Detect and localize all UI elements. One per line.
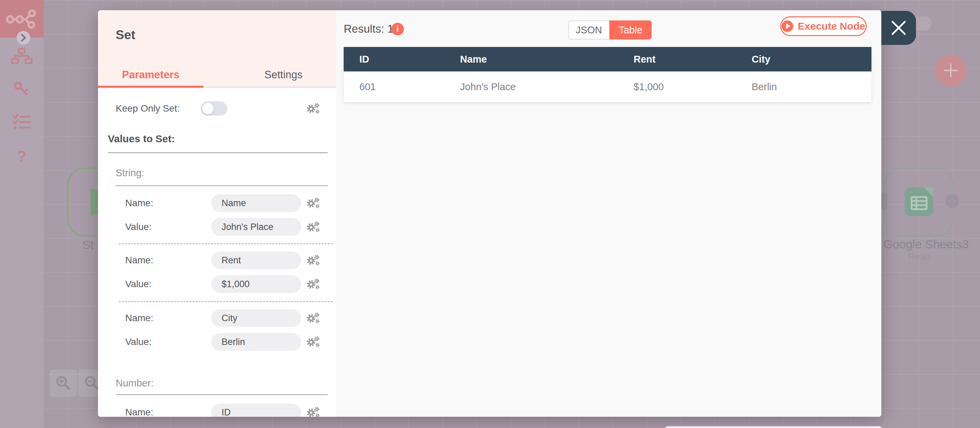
sidebar-expand-button	[17, 31, 30, 45]
chevron-right-icon	[20, 33, 27, 42]
google-sheets-node-name: Google Sheets3	[883, 237, 969, 251]
string-1-name-value: Rent	[221, 255, 241, 266]
info-icon[interactable]: i	[391, 23, 404, 35]
background-pill	[916, 16, 932, 30]
string-2-name-input[interactable]: City	[211, 309, 301, 327]
column-header-city: City	[736, 47, 872, 72]
node-title: Set	[116, 28, 135, 42]
number-0-name-gears-icon[interactable]	[306, 406, 320, 417]
cell-rent: $1,000	[618, 72, 736, 102]
field-label-value: Value:	[125, 333, 151, 351]
column-header-name: Name	[444, 47, 618, 72]
field-label-value: Value:	[125, 218, 151, 236]
number-0-name-value: ID	[221, 407, 231, 417]
keep-only-set-label: Keep Only Set:	[116, 100, 180, 118]
keep-only-set-gears-icon[interactable]	[306, 102, 320, 116]
results-panel: Results: 1 i JSON Table Execute Node ID …	[336, 10, 881, 417]
string-2-name-value: City	[221, 313, 237, 323]
sidebar: ?	[0, 0, 43, 428]
string-0-name-input[interactable]: Name	[211, 194, 301, 212]
cell-id: 601	[344, 72, 444, 102]
key-icon	[13, 80, 30, 97]
keep-only-set-toggle[interactable]	[201, 101, 227, 116]
view-toggle: JSON Table	[568, 21, 652, 40]
zoom-in-icon	[54, 374, 72, 392]
field-label-name: Name:	[125, 309, 153, 327]
sidebar-item-credentials	[0, 80, 43, 97]
google-sheets-node-operation: Read	[908, 251, 931, 262]
add-node-button	[935, 54, 967, 86]
string-0-value-input[interactable]: John's Place	[211, 218, 301, 236]
values-to-set-label: Values to Set:	[108, 132, 175, 146]
field-label-name: Name:	[125, 194, 153, 212]
number-divider	[116, 394, 328, 395]
field-separator	[119, 243, 333, 244]
results-count-label: Results: 1	[344, 22, 394, 35]
string-0-name-gears-icon[interactable]	[306, 196, 320, 210]
number-section-label: Number:	[116, 374, 153, 392]
zoom-in-button	[50, 369, 77, 397]
close-icon	[891, 21, 906, 35]
node-editor-modal: Set Parameters Settings Keep	[98, 10, 881, 417]
n8n-app: St Google Sheets3 Read	[0, 0, 980, 428]
results-table-header: ID Name Rent City	[344, 47, 872, 72]
string-1-value-gears-icon[interactable]	[306, 277, 320, 291]
play-icon	[782, 21, 793, 32]
view-toggle-table[interactable]: Table	[609, 21, 652, 40]
help-icon: ?	[17, 147, 27, 165]
start-node-label: St	[82, 238, 94, 252]
plus-icon	[943, 63, 958, 78]
cell-city: Berlin	[736, 72, 872, 102]
string-2-value-value: Berlin	[221, 337, 245, 347]
view-toggle-json[interactable]: JSON	[568, 21, 609, 40]
string-1-value-input[interactable]: $1,000	[211, 275, 301, 293]
tab-parameters[interactable]: Parameters	[98, 65, 204, 85]
sidebar-item-workflows	[0, 48, 43, 65]
column-header-rent: Rent	[618, 47, 736, 72]
field-separator	[119, 301, 333, 302]
string-1-value-value: $1,000	[221, 279, 250, 290]
string-divider	[116, 185, 328, 186]
execute-node-button[interactable]: Execute Node	[780, 16, 867, 36]
executions-list-icon	[12, 114, 32, 129]
values-divider	[108, 153, 328, 153]
string-2-value-input[interactable]: Berlin	[211, 333, 301, 351]
tab-settings[interactable]: Settings	[231, 65, 336, 85]
n8n-logo-icon	[5, 8, 38, 30]
toggle-knob	[202, 103, 214, 114]
results-table: ID Name Rent City 601 John's Place $1,00…	[344, 47, 872, 102]
field-label-name: Name:	[125, 251, 153, 269]
field-label-value: Value:	[125, 275, 151, 293]
string-1-name-gears-icon[interactable]	[306, 253, 320, 267]
bottom-popup	[665, 426, 882, 428]
string-2-value-gears-icon[interactable]	[306, 335, 320, 349]
workflows-icon	[11, 48, 33, 65]
sidebar-item-help: ?	[0, 147, 43, 165]
google-sheets-icon	[905, 188, 933, 216]
string-0-value-gears-icon[interactable]	[306, 220, 320, 234]
cell-name: John's Place	[444, 72, 618, 102]
string-section-label: String:	[116, 164, 144, 182]
number-0-name-input[interactable]: ID	[211, 404, 301, 417]
string-2-name-gears-icon[interactable]	[306, 311, 320, 325]
field-label-name: Name:	[125, 404, 153, 417]
execute-node-label: Execute Node	[798, 21, 865, 32]
string-1-name-input[interactable]: Rent	[211, 251, 301, 269]
parameters-panel: Set Parameters Settings Keep	[98, 10, 336, 417]
active-tab-underline	[98, 86, 204, 88]
string-0-name-value: Name	[221, 198, 246, 208]
sidebar-item-executions	[0, 114, 43, 129]
table-row: 601 John's Place $1,000 Berlin	[344, 72, 872, 102]
close-modal-button[interactable]	[881, 11, 916, 45]
column-header-id: ID	[344, 47, 444, 72]
string-0-value-value: John's Place	[221, 222, 273, 232]
